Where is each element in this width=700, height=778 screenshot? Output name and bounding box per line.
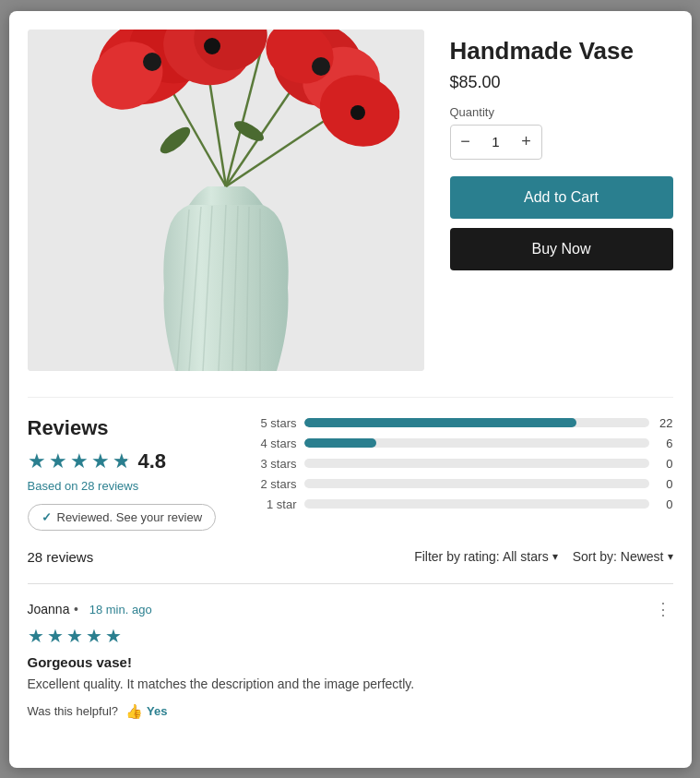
- bar-track-2: [304, 459, 649, 468]
- quantity-decrease-button[interactable]: −: [451, 126, 481, 159]
- based-on-text: Based on 28 reviews: [28, 479, 231, 493]
- filter-chevron-icon: ▾: [552, 550, 558, 563]
- meta-dot: •: [74, 602, 82, 616]
- product-section: Handmade Vase $85.00 Quantity − 1 + Add …: [28, 30, 673, 371]
- bar-row-0: 5 stars 22: [258, 416, 673, 430]
- check-icon: ✓: [42, 510, 52, 524]
- bar-track-1: [304, 438, 649, 448]
- star-3: ★: [70, 449, 89, 473]
- helpful-yes-button[interactable]: 👍 Yes: [125, 703, 167, 720]
- svg-point-19: [204, 38, 220, 54]
- bar-count-2: 0: [657, 457, 673, 471]
- rating-average: 4.8: [138, 449, 167, 473]
- bar-label-0: 5 stars: [258, 416, 297, 430]
- quantity-control: − 1 +: [450, 125, 542, 160]
- bar-label-1: 4 stars: [258, 437, 297, 450]
- bar-track-0: [304, 418, 649, 427]
- review-time: 18 min. ago: [89, 603, 152, 616]
- review-star-4: ★: [86, 625, 102, 647]
- star-4: ★: [91, 449, 110, 473]
- bar-count-3: 0: [657, 477, 673, 491]
- review-meta: Joanna • 18 min. ago ⋮: [28, 599, 673, 619]
- quantity-value: 1: [481, 134, 512, 150]
- bar-fill-0: [304, 418, 576, 427]
- product-price: $85.00: [450, 73, 673, 92]
- bar-count-1: 6: [657, 437, 673, 450]
- bar-row-1: 4 stars 6: [258, 437, 673, 450]
- bar-label-2: 3 stars: [258, 457, 297, 471]
- review-star-1: ★: [28, 625, 44, 647]
- star-5-half: ★ ★: [113, 449, 131, 473]
- rating-bars: 5 stars 22 4 stars 6 3 stars 0 2 stars 0: [258, 416, 673, 531]
- helpful-row: Was this helpful? 👍 Yes: [28, 703, 673, 720]
- sort-dropdown-button[interactable]: Sort by: Newest ▾: [573, 549, 673, 564]
- review-star-2: ★: [47, 625, 64, 647]
- bar-track-3: [304, 479, 649, 488]
- reviewed-badge[interactable]: ✓ Reviewed. See your review: [28, 504, 217, 531]
- product-info: Handmade Vase $85.00 Quantity − 1 + Add …: [450, 30, 673, 371]
- review-title: Gorgeous vase!: [28, 654, 673, 670]
- svg-point-25: [350, 105, 365, 120]
- reviews-header-row: Reviews ★ ★ ★ ★ ★ ★ 4.8 Based on 28 revi: [28, 416, 673, 531]
- star-1: ★: [28, 449, 46, 473]
- bar-count-4: 0: [657, 497, 673, 511]
- review-star-5: ★: [105, 625, 122, 647]
- reviewed-badge-label: Reviewed. See your review: [57, 510, 203, 524]
- product-title: Handmade Vase: [450, 37, 673, 66]
- bar-label-4: 1 star: [258, 497, 297, 511]
- review-count: 28 reviews: [28, 549, 94, 565]
- helpful-label: Was this helpful?: [28, 704, 119, 718]
- filter-dropdown-button[interactable]: Filter by rating: All stars ▾: [414, 549, 558, 564]
- quantity-label: Quantity: [450, 105, 673, 119]
- review-menu-button[interactable]: ⋮: [655, 599, 673, 619]
- svg-point-16: [143, 53, 161, 71]
- thumbs-up-icon: 👍: [125, 703, 143, 720]
- product-card: Handmade Vase $85.00 Quantity − 1 + Add …: [9, 11, 692, 768]
- review-stars: ★ ★ ★ ★ ★: [28, 625, 673, 647]
- bar-track-4: [304, 499, 649, 509]
- reviews-section: Reviews ★ ★ ★ ★ ★ ★ 4.8 Based on 28 revi: [28, 397, 673, 735]
- bar-count-0: 22: [657, 416, 673, 430]
- review-divider: [28, 583, 673, 584]
- bar-row-2: 3 stars 0: [258, 457, 673, 471]
- sort-chevron-icon: ▾: [668, 550, 673, 563]
- bar-row-3: 2 stars 0: [258, 477, 673, 491]
- add-to-cart-button[interactable]: Add to Cart: [450, 176, 673, 219]
- bar-fill-1: [304, 438, 377, 448]
- reviews-left: Reviews ★ ★ ★ ★ ★ ★ 4.8 Based on 28 revi: [28, 416, 231, 531]
- sort-label: Sort by: Newest: [573, 549, 664, 564]
- helpful-yes-label: Yes: [147, 704, 167, 718]
- reviews-title: Reviews: [28, 416, 231, 440]
- review-author-time: Joanna • 18 min. ago: [28, 601, 152, 617]
- bar-row-4: 1 star 0: [258, 497, 673, 511]
- buy-now-button[interactable]: Buy Now: [450, 228, 673, 270]
- rating-row: ★ ★ ★ ★ ★ ★ 4.8: [28, 449, 231, 473]
- product-image: [28, 30, 424, 371]
- quantity-increase-button[interactable]: +: [512, 126, 541, 159]
- filter-label: Filter by rating: All stars: [414, 549, 549, 564]
- review-controls: 28 reviews Filter by rating: All stars ▾…: [28, 549, 673, 574]
- review-body: Excellent quality. It matches the descri…: [28, 675, 673, 694]
- filter-sort: Filter by rating: All stars ▾ Sort by: N…: [414, 549, 672, 564]
- svg-point-23: [312, 57, 330, 76]
- bar-label-3: 2 stars: [258, 477, 297, 491]
- reviewer-name: Joanna: [28, 602, 70, 616]
- review-item: Joanna • 18 min. ago ⋮ ★ ★ ★ ★ ★ Gorgeou…: [28, 599, 673, 735]
- star-2: ★: [49, 449, 67, 473]
- overall-stars: ★ ★ ★ ★ ★ ★: [28, 449, 131, 473]
- review-star-3: ★: [66, 625, 83, 647]
